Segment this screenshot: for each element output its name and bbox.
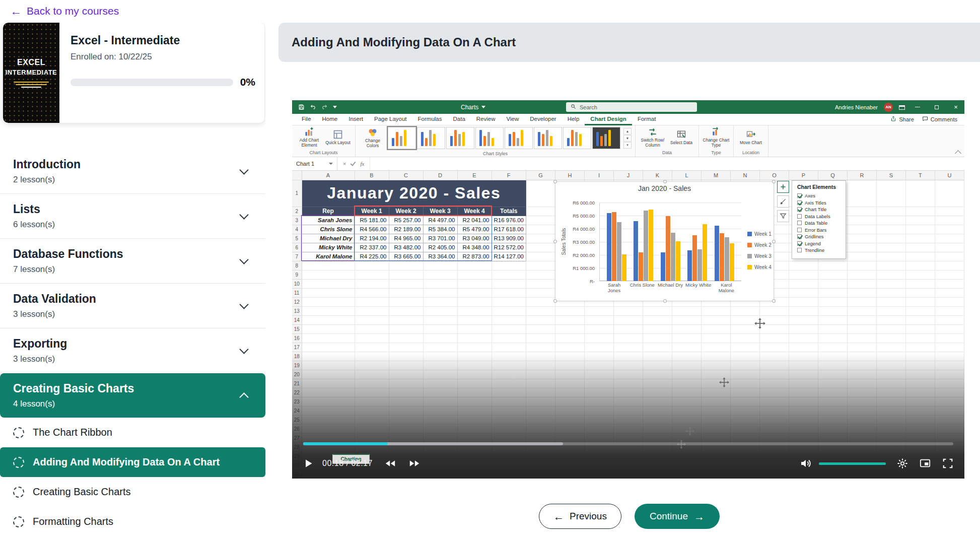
column-header: A <box>302 171 355 180</box>
sheet-cell <box>847 297 876 306</box>
style-thumb-bar <box>517 138 519 146</box>
sheet-cell <box>730 306 759 315</box>
thumb-caption-lines <box>14 82 49 88</box>
sheet-cell <box>876 288 905 297</box>
sheet-cell <box>492 379 526 388</box>
sheet-cell <box>643 379 672 388</box>
excel-formula-bar: Chart 1 × fx <box>292 157 964 171</box>
sheet-cell <box>584 315 613 324</box>
checkbox-unchecked-icon <box>797 221 802 225</box>
back-to-courses-link[interactable]: ← Back to my courses <box>10 5 119 17</box>
sheet-cell <box>643 406 672 415</box>
section-lists[interactable]: Lists6 lesson(s) <box>0 194 265 239</box>
chart-handle <box>772 299 776 303</box>
sheet-cell <box>584 379 613 388</box>
sheet-cell <box>389 261 423 270</box>
excel-search-box: Search <box>566 102 697 112</box>
chart-handle <box>663 299 667 303</box>
continue-button[interactable]: Continue → <box>635 504 720 529</box>
sheet-cell <box>526 225 555 234</box>
rewind-button[interactable] <box>384 458 397 468</box>
section-piv-ot-tables[interactable]: Piv​ot Tables <box>0 536 265 540</box>
fast-forward-button[interactable] <box>408 458 421 468</box>
section-data-validation[interactable]: Data Validation3 lesson(s) <box>0 284 265 328</box>
checkbox-unchecked-icon <box>797 248 802 252</box>
sheet-cell <box>730 352 759 361</box>
ribbon-display-options-icon <box>899 103 905 112</box>
sheet-cell <box>935 234 964 243</box>
chart-handle <box>553 180 557 183</box>
sheet-cell <box>789 424 818 433</box>
video-seek-bar[interactable] <box>303 442 953 445</box>
sheet-cell <box>302 315 355 324</box>
sheet-cell <box>389 388 423 397</box>
sheet-cell <box>759 343 789 352</box>
sheet-cell <box>526 216 555 225</box>
style-thumb-bar <box>492 138 494 146</box>
sheet-cell <box>876 406 905 415</box>
save-icon <box>298 104 305 110</box>
previous-label: Previous <box>570 511 607 522</box>
fullscreen-button[interactable] <box>942 458 953 469</box>
sheet-cell <box>818 270 847 279</box>
sheet-cell <box>759 415 789 424</box>
sheet-cell <box>847 252 876 261</box>
volume-slider[interactable] <box>819 462 886 465</box>
quick-access-toolbar <box>298 100 337 114</box>
sheet-cell <box>701 415 730 424</box>
legend-swatch <box>747 265 752 269</box>
sheet-cell <box>847 343 876 352</box>
sheet-cell <box>935 415 964 424</box>
lesson-label: Creating Basic Charts <box>33 486 131 498</box>
section-meta: 7 lesson(s) <box>13 264 123 275</box>
previous-button[interactable]: ← Previous <box>539 504 621 529</box>
sheet-cell <box>905 424 935 433</box>
sheet-cell <box>905 306 935 315</box>
lesson-item[interactable]: The Chart Ribbon <box>0 418 265 447</box>
section-creating-basic-charts[interactable]: Creating Basic Charts4 lesson(s) <box>0 373 265 418</box>
lesson-item[interactable]: Adding And Modifying Data On A Chart <box>0 447 265 477</box>
video-player[interactable]: Charts Search Andries Nienaber AN × File… <box>292 100 964 479</box>
sheet-cell <box>789 388 818 397</box>
sheet-cell <box>643 415 672 424</box>
row-number: 27 <box>292 433 302 442</box>
section-introduction[interactable]: Introduction2 lesson(s) <box>0 149 265 194</box>
sheet-cell <box>389 279 423 288</box>
sheet-cell <box>389 397 423 406</box>
column-header: G <box>526 171 555 180</box>
section-exporting[interactable]: Exporting3 lesson(s) <box>0 328 265 373</box>
sheet-cell <box>789 279 818 288</box>
picture-in-picture-button[interactable] <box>919 458 931 469</box>
lesson-item[interactable]: Formatting Charts <box>0 507 265 536</box>
column-header: M <box>701 171 730 180</box>
sheet-cell <box>876 180 905 207</box>
play-button[interactable] <box>303 458 313 469</box>
sheet-cell <box>389 424 423 433</box>
chart-style-gallery <box>388 127 620 149</box>
style-thumb-bar <box>513 132 515 146</box>
sheet-cell <box>526 243 555 252</box>
lesson-item[interactable]: Creating Basic Charts <box>0 477 265 507</box>
sheet-cell <box>302 297 355 306</box>
sheet-cell <box>423 270 457 279</box>
sheet-cell <box>555 324 584 333</box>
section-text: Database Functions7 lesson(s) <box>13 247 123 275</box>
settings-gear-button[interactable] <box>897 458 908 469</box>
bar-week-3 <box>671 233 675 281</box>
sheet-cell <box>905 333 935 343</box>
total-value-cell: R13 909.00 <box>492 234 526 243</box>
course-progress: 0% <box>71 76 255 88</box>
sheet-cell <box>847 324 876 333</box>
section-database-functions[interactable]: Database Functions7 lesson(s) <box>0 239 265 284</box>
total-value-cell: R12 572.00 <box>492 243 526 252</box>
style-thumb-bar <box>579 134 582 146</box>
sheet-cell <box>905 370 935 379</box>
comments-button: Comments <box>922 116 957 123</box>
switch-row-column-button: Switch Row/ Column <box>639 127 666 148</box>
volume-icon[interactable] <box>800 457 812 469</box>
style-thumb-bar <box>575 132 578 146</box>
sheet-cell <box>905 361 935 370</box>
column-header: T <box>905 171 935 180</box>
sheet-cell <box>935 207 964 216</box>
chevron-down-icon <box>239 210 248 219</box>
